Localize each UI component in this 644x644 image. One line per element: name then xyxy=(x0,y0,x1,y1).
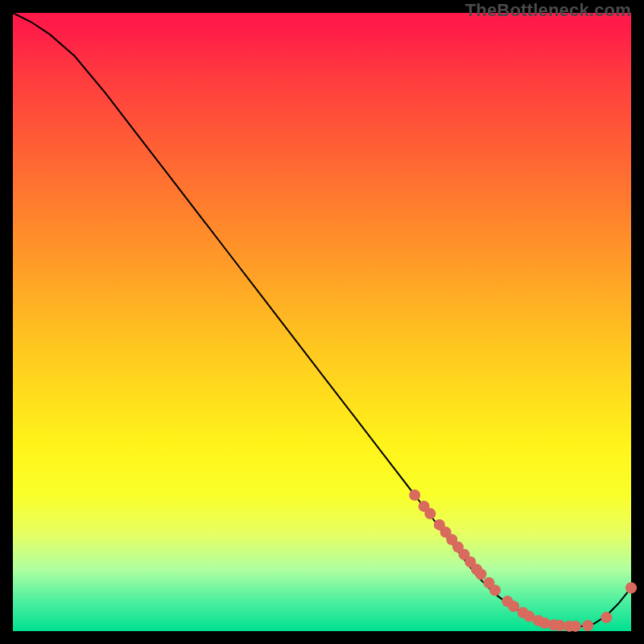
chart-container: TheBottleneck.com xyxy=(0,0,644,644)
watermark: TheBottleneck.com xyxy=(465,0,631,21)
bottleneck-curve xyxy=(13,13,631,626)
data-point xyxy=(409,489,420,501)
data-point xyxy=(570,621,581,632)
data-points xyxy=(409,489,637,632)
data-point xyxy=(582,620,593,631)
chart-overlay xyxy=(13,13,631,631)
data-point xyxy=(475,568,486,580)
data-point xyxy=(625,582,637,593)
data-point xyxy=(489,584,501,596)
data-point xyxy=(601,612,612,623)
data-point xyxy=(508,601,519,612)
data-point xyxy=(424,508,436,519)
